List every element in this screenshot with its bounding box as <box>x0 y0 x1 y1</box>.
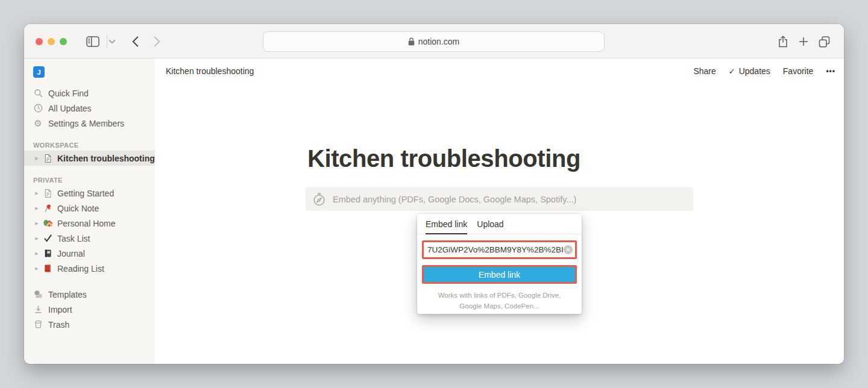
sidebar-item-label: Templates <box>48 290 87 299</box>
check-icon: ✓ <box>729 67 735 76</box>
sidebar-item-label: Task List <box>57 234 90 243</box>
sidebar-item-label: Settings & Members <box>48 119 124 128</box>
home-icon <box>43 219 52 228</box>
browser-window: notion.com J <box>24 24 844 364</box>
sidebar-item-getting-started[interactable]: ▶ Getting Started <box>24 186 155 201</box>
sidebar-item-all-updates[interactable]: All Updates <box>24 101 155 116</box>
new-tab-button[interactable] <box>795 33 812 50</box>
tab-embed-link[interactable]: Embed link <box>426 219 467 234</box>
share-page-button[interactable] <box>775 33 791 50</box>
page-topbar: Kitchen troubleshooting Share ✓ Updates … <box>155 58 844 85</box>
private-section-label: PRIVATE <box>33 177 155 184</box>
sidebar-item-label: Journal <box>57 249 85 258</box>
sidebar-item-settings-members[interactable]: ⚙ Settings & Members <box>24 116 155 131</box>
sidebar-item-trash[interactable]: Trash <box>24 317 155 332</box>
embed-dialog-help-text: Works with links of PDFs, Google Drive, … <box>430 290 568 312</box>
embed-dialog-tabs: Embed link Upload <box>417 214 582 234</box>
templates-icon <box>33 290 43 299</box>
zoom-window-button[interactable] <box>60 38 67 45</box>
expand-triangle-icon[interactable]: ▶ <box>33 191 40 196</box>
tab-overview-button[interactable] <box>816 33 832 50</box>
more-options-button[interactable]: ••• <box>826 67 835 75</box>
chevron-down-icon <box>108 39 116 44</box>
expand-triangle-icon[interactable]: ▶ <box>33 206 40 211</box>
expand-triangle-icon[interactable]: ▶ <box>33 156 40 161</box>
tabs-overview-icon <box>819 36 830 48</box>
sidebar-item-task-list[interactable]: ▶ Task List <box>24 231 155 246</box>
embed-dialog: Embed link Upload 7U2GiWP2Vo%2BBM9Y8Y%2B… <box>417 214 582 314</box>
sidebar-dropdown-button[interactable] <box>104 33 121 50</box>
import-icon <box>33 305 43 314</box>
clock-icon <box>33 104 43 113</box>
share-button[interactable]: Share <box>693 66 715 76</box>
chevron-left-icon <box>132 36 139 47</box>
page-icon <box>43 154 52 163</box>
expand-triangle-icon[interactable]: ▶ <box>33 236 40 241</box>
sidebar-item-import[interactable]: Import <box>24 302 155 317</box>
updates-label: Updates <box>739 66 770 76</box>
clear-input-button[interactable]: ✕ <box>564 245 573 254</box>
trash-icon <box>33 320 43 329</box>
workspace-avatar[interactable]: J <box>33 66 45 78</box>
favorite-button[interactable]: Favorite <box>783 66 814 76</box>
search-icon <box>33 89 43 98</box>
back-button[interactable] <box>127 33 143 50</box>
embed-block-placeholder[interactable]: Embed anything (PDFs, Google Docs, Googl… <box>306 187 693 211</box>
red-book-icon <box>43 264 52 273</box>
embed-url-input[interactable]: 7U2GiWP2Vo%2BBM9Y8Y%2B%2BIP ✕ <box>424 242 575 257</box>
sidebar-item-label: Quick Note <box>57 204 99 213</box>
notion-main: Kitchen troubleshooting Share ✓ Updates … <box>155 58 844 364</box>
expand-triangle-icon[interactable]: ▶ <box>33 266 40 271</box>
url-input-annotation: 7U2GiWP2Vo%2BBM9Y8Y%2B%2BIP ✕ <box>422 240 577 259</box>
tab-upload[interactable]: Upload <box>477 219 503 234</box>
lock-icon <box>408 37 415 46</box>
sidebar-item-templates[interactable]: Templates <box>24 287 155 302</box>
expand-triangle-icon[interactable]: ▶ <box>33 251 40 256</box>
sidebar-item-quick-note[interactable]: ▶ Quick Note <box>24 201 155 216</box>
address-bar[interactable]: notion.com <box>263 31 605 52</box>
share-icon <box>778 36 788 48</box>
sidebar-toggle-button[interactable] <box>84 33 101 50</box>
close-icon: ✕ <box>565 246 570 253</box>
embed-placeholder-text: Embed anything (PDFs, Google Docs, Googl… <box>333 195 576 204</box>
notion-sidebar: J Quick Find All Updates ⚙ Set <box>24 58 155 364</box>
workspace-section-label: WORKSPACE <box>33 142 155 149</box>
sidebar-item-label: Reading List <box>57 264 104 274</box>
embed-button-annotation: Embed link <box>422 265 577 284</box>
forward-button[interactable] <box>148 33 165 50</box>
sidebar-item-personal-home[interactable]: ▶ Personal Home <box>24 216 155 231</box>
sidebar-item-label: Trash <box>48 320 69 330</box>
journal-icon <box>43 249 52 258</box>
plus-icon <box>799 37 808 46</box>
breadcrumb[interactable]: Kitchen troubleshooting <box>166 66 254 76</box>
traffic-lights <box>36 38 67 45</box>
sidebar-item-label: All Updates <box>48 104 92 113</box>
sidebar-item-kitchen-troubleshooting[interactable]: ▶ Kitchen troubleshooting <box>24 151 155 166</box>
minimize-window-button[interactable] <box>48 38 55 45</box>
browser-toolbar: notion.com <box>24 24 844 58</box>
chevron-right-icon <box>154 36 160 47</box>
sidebar-item-journal[interactable]: ▶ Journal <box>24 246 155 261</box>
embed-url-value: 7U2GiWP2Vo%2BBM9Y8Y%2B%2BIP <box>427 245 563 255</box>
workspace-avatar-initial: J <box>37 69 40 76</box>
checkmark-icon <box>43 234 52 243</box>
page-title[interactable]: Kitchen troubleshooting <box>307 145 580 172</box>
expand-triangle-icon[interactable]: ▶ <box>33 221 40 226</box>
sidebar-item-quick-find[interactable]: Quick Find <box>24 86 155 101</box>
close-window-button[interactable] <box>36 38 43 45</box>
sidebar-item-label: Kitchen troubleshooting <box>57 154 155 163</box>
sidebar-toggle-icon <box>86 36 99 47</box>
compass-icon <box>313 193 326 206</box>
sidebar-item-label: Import <box>48 305 72 314</box>
url-text: notion.com <box>418 37 459 46</box>
sidebar-item-label: Personal Home <box>57 219 116 228</box>
page-icon <box>43 189 52 198</box>
updates-button[interactable]: ✓ Updates <box>729 66 770 76</box>
sidebar-item-label: Getting Started <box>57 189 114 198</box>
embed-link-submit-button[interactable]: Embed link <box>424 267 575 282</box>
sidebar-item-reading-list[interactable]: ▶ Reading List <box>24 261 155 276</box>
pushpin-icon <box>43 204 52 213</box>
sidebar-item-label: Quick Find <box>48 89 89 98</box>
gear-icon: ⚙ <box>33 119 43 128</box>
